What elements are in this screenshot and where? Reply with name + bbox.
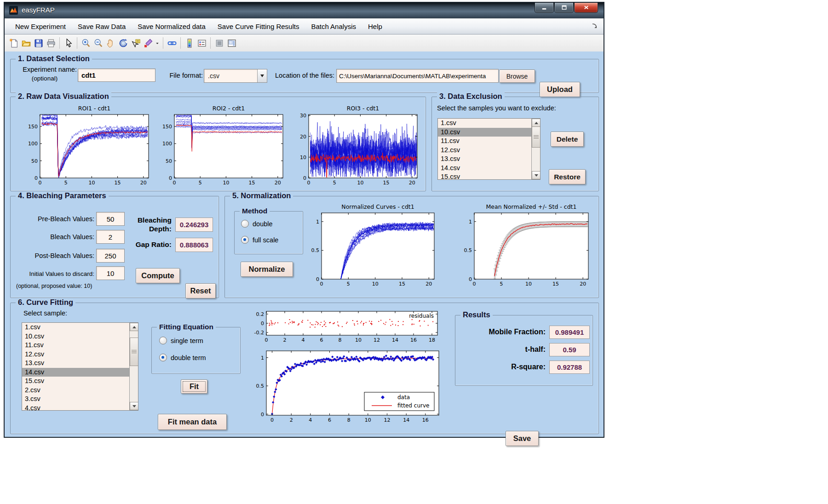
legend-icon[interactable] [196,37,208,49]
list-item-13.csv[interactable]: 13.csv [22,359,130,368]
list-item-1.csv[interactable]: 1.csv [22,323,130,332]
sample-list[interactable]: 1.csv10.csv11.csv12.csv13.csv14.csv15.cs… [22,322,138,411]
normalization-panel: 5. Normalization Method double full scal… [224,196,599,298]
list-item-15.csv[interactable]: 15.csv [438,172,532,180]
colorbar-icon[interactable] [183,37,196,49]
bleach-input[interactable]: 2 [96,230,125,244]
compute-button[interactable]: Compute [136,268,180,283]
exclusion-file-list[interactable]: 1.csv10.csv11.csv12.csv13.csv14.csv15.cs… [437,118,540,180]
list-item-12.csv[interactable]: 12.csv [438,146,532,155]
hide-plot-tools-icon[interactable] [213,37,225,49]
scroll-thumb[interactable] [130,338,138,366]
svg-text:8: 8 [347,417,351,423]
delete-button[interactable]: Delete [551,132,584,147]
dropdown-arrow-icon[interactable] [257,69,267,82]
scroll-up-button[interactable] [532,119,540,127]
reset-button[interactable]: Reset [185,283,216,298]
r-square-label: R-square: [457,363,546,371]
save-icon[interactable] [32,37,45,49]
maximize-button[interactable] [554,3,574,13]
location-input[interactable]: C:\Users\Marianna\Documents\MATLAB\exper… [336,69,499,83]
list-item-11.csv[interactable]: 11.csv [22,341,130,350]
scroll-thumb[interactable] [532,126,540,148]
scroll-down-button[interactable] [532,171,540,179]
svg-text:2: 2 [290,417,293,423]
list-item-14.csv[interactable]: 14.csv [22,368,130,377]
radio-full-scale[interactable]: full scale [241,236,278,244]
menu-items: New ExperimentSave Raw DataSave Normaliz… [9,23,388,30]
file-format-value: .csv [204,72,257,80]
browse-button[interactable]: Browse [499,69,535,83]
list-item-1.csv[interactable]: 1.csv [438,119,532,128]
fitted-curve-plot: 024681012141600.51datafitted curve [244,347,447,429]
post-bleach-label: Post-Bleach Values: [17,252,94,259]
list-item-4.csv[interactable]: 4.csv [22,404,130,411]
list-item-10.csv[interactable]: 10.csv [438,128,532,137]
pan-icon[interactable] [104,37,117,49]
print-icon[interactable] [45,37,57,49]
radio-icon [241,236,249,244]
link-plot-icon[interactable] [166,37,178,49]
radio-single-term[interactable]: single term [159,337,203,344]
svg-text:0: 0 [303,175,306,181]
list-item-10.csv[interactable]: 10.csv [22,332,130,341]
dock-figure-icon[interactable] [591,22,599,30]
list-item-2.csv[interactable]: 2.csv [22,386,130,395]
svg-text:5: 5 [347,281,350,287]
panel-title: Method [240,207,270,215]
upload-button[interactable]: Upload [540,82,580,97]
data-cursor-icon[interactable] [129,37,142,49]
scrollbar[interactable] [129,323,138,410]
show-plot-tools-icon[interactable] [225,37,238,49]
close-button[interactable] [574,3,598,13]
list-item-13.csv[interactable]: 13.csv [438,155,532,164]
list-item-14.csv[interactable]: 14.csv [438,164,532,173]
cursor-icon[interactable] [62,37,75,49]
save-button[interactable]: Save [506,431,539,446]
menu-item-new-experiment[interactable]: New Experiment [9,23,72,30]
svg-text:20: 20 [140,180,147,186]
title-bar[interactable]: easyFRAP [5,3,604,18]
rotate-3d-icon[interactable] [117,37,129,49]
radio-double-term[interactable]: double term [159,354,206,361]
svg-text:0: 0 [173,180,176,186]
initial-discard-input[interactable]: 10 [96,266,125,280]
list-item-12.csv[interactable]: 12.csv [22,350,130,359]
post-bleach-input[interactable]: 250 [96,249,125,263]
menu-item-batch-analysis[interactable]: Batch Analysis [305,23,362,30]
svg-text:15: 15 [399,281,405,287]
pre-bleach-input[interactable]: 50 [96,212,125,226]
brush-icon[interactable] [142,37,154,49]
normalize-button[interactable]: Normalize [241,262,293,277]
experiment-name-input[interactable]: cdt1 [78,69,155,82]
file-format-dropdown[interactable]: .csv [204,69,267,83]
radio-double[interactable]: double [241,220,273,228]
restore-button[interactable]: Restore [549,169,586,184]
scrollbar[interactable] [531,119,540,179]
menu-item-save-raw-data[interactable]: Save Raw Data [72,23,132,30]
svg-text:4: 4 [309,417,312,423]
bleaching-depth-value: 0.246293 [175,218,213,232]
menu-item-save-normalized-data[interactable]: Save Normalized data [132,23,212,30]
new-file-icon[interactable] [7,37,20,49]
menu-item-save-curve-fitting-results[interactable]: Save Curve Fitting Results [212,23,305,30]
scroll-up-button[interactable] [130,323,138,331]
mobile-fraction-label: Mobile Fraction: [457,328,546,336]
dropdown-caret-icon[interactable] [154,37,161,49]
panel-title: Fitting Equation [157,323,216,331]
open-file-icon[interactable] [20,37,32,49]
roi3-plot: 051015200102030ROI3 - cdt1 [287,102,423,192]
fit-mean-data-button[interactable]: Fit mean data [158,414,227,430]
list-item-15.csv[interactable]: 15.csv [22,377,130,386]
list-item-3.csv[interactable]: 3.csv [22,395,130,404]
toolbar-separator [210,37,211,49]
menu-item-help[interactable]: Help [362,23,388,30]
list-item-11.csv[interactable]: 11.csv [438,137,532,146]
scroll-down-button[interactable] [130,402,138,410]
svg-text:20: 20 [275,180,281,186]
fit-button[interactable]: Fit [181,379,207,394]
minimize-button[interactable] [535,3,554,13]
zoom-out-icon[interactable] [92,37,104,49]
zoom-in-icon[interactable] [80,37,92,49]
panel-title: 3. Data Exclusion [437,92,505,101]
